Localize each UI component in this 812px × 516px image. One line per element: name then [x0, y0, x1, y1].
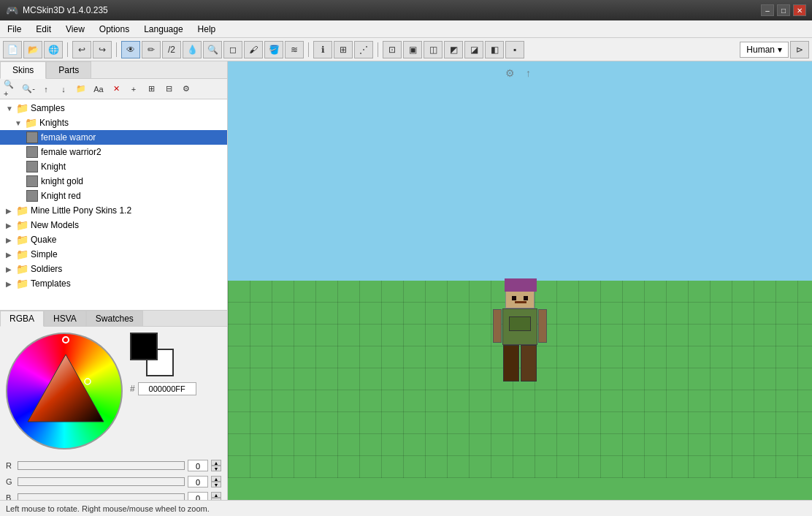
toolbar-extra[interactable]: ⊳ [790, 41, 809, 58]
menu-file[interactable]: File [0, 20, 28, 37]
expand-icon-quake: ▶ [6, 236, 16, 244]
toolbar-redo[interactable]: ↪ [93, 41, 112, 58]
color-tab-rgba[interactable]: RGBA [0, 311, 44, 327]
skin-download[interactable]: ↓ [55, 81, 72, 97]
skin-rename[interactable]: Aa [91, 81, 107, 97]
skin-grid2[interactable]: ⊟ [161, 81, 177, 97]
skin-grid[interactable]: ⊞ [143, 81, 159, 97]
model-dropdown[interactable]: Human ▾ [740, 42, 789, 58]
slider-r-down[interactable]: ▼ [211, 466, 221, 471]
toolbar-pencil2[interactable]: /2 [162, 41, 181, 58]
skin-add[interactable]: + [126, 81, 142, 97]
slider-area: R 0 ▲ ▼ G [0, 455, 227, 500]
toolbar-view5[interactable]: ◪ [464, 41, 483, 58]
menu-edit[interactable]: Edit [28, 20, 58, 37]
close-button[interactable]: ✕ [793, 4, 806, 16]
skin-upload[interactable]: ↑ [38, 81, 54, 97]
toolbar-view4[interactable]: ◩ [444, 41, 463, 58]
toolbar-view2[interactable]: ▣ [403, 41, 422, 58]
skin-zoom-out[interactable]: 🔍- [20, 81, 37, 97]
tree-item-templates[interactable]: ▶ 📁 Templates [0, 276, 227, 291]
tree-item-knight-gold[interactable]: knight gold [0, 174, 227, 189]
toolbar-eye[interactable]: 👁 [121, 41, 140, 58]
toolbar-dropper[interactable]: 💧 [183, 41, 202, 58]
tree-item-samples[interactable]: ▼ 📁 Samples [0, 101, 227, 115]
tree-item-knights[interactable]: ▼ 📁 Knights [0, 115, 227, 130]
toolbar-view3[interactable]: ◫ [424, 41, 443, 58]
toolbar-grid2[interactable]: ⋰ [354, 41, 373, 58]
slider-g-value[interactable]: 0 [188, 476, 208, 487]
skin-tree[interactable]: ▼ 📁 Samples ▼ 📁 Knights female wamor [0, 99, 227, 310]
toolbar-eraser[interactable]: ◻ [223, 41, 242, 58]
toolbar-info[interactable]: ℹ [313, 41, 332, 58]
slider-b-up[interactable]: ▲ [211, 492, 221, 498]
menu-help[interactable]: Help [191, 20, 223, 37]
maximize-button[interactable]: □ [777, 4, 790, 16]
toolbar-zoom[interactable]: 🔍 [203, 41, 222, 58]
rotate-icon[interactable]: ⚙ [505, 67, 520, 82]
toolbar-view7[interactable]: ▪ [505, 41, 524, 58]
toolbar-grid1[interactable]: ⊞ [334, 41, 353, 58]
app: 📄 📂 🌐 ↩ ↪ 👁 ✏ /2 💧 🔍 ◻ 🖌 🪣 ≋ ℹ ⊞ ⋰ ⊡ ▣ ◫… [0, 38, 812, 516]
slider-g-track[interactable] [18, 477, 185, 486]
tree-item-mine-little-pony[interactable]: ▶ 📁 Mine Little Pony Skins 1.2 [0, 203, 227, 218]
statusbar: Left mouse to rotate. Right mouse/mouse … [0, 500, 812, 516]
slider-r-track[interactable] [18, 461, 185, 470]
tree-item-new-models[interactable]: ▶ 📁 New Models [0, 218, 227, 232]
tree-item-female-warrior2[interactable]: female warrior2 [0, 145, 227, 159]
slider-r-up[interactable]: ▲ [211, 460, 221, 466]
skin-thumb-knight-gold [26, 175, 38, 187]
toolbar-web[interactable]: 🌐 [44, 41, 63, 58]
folder-icon-knights: 📁 [25, 117, 37, 129]
skin-open-folder[interactable]: 📁 [73, 81, 89, 97]
character-legs [502, 345, 537, 382]
menu-view[interactable]: View [58, 20, 92, 37]
tab-parts[interactable]: Parts [46, 61, 91, 78]
skin-thumb-female-warrior [26, 132, 38, 143]
slider-b-track[interactable] [18, 493, 185, 500]
up-icon[interactable]: ↑ [526, 67, 540, 82]
slider-r-value[interactable]: 0 [188, 460, 208, 471]
tree-item-simple[interactable]: ▶ 📁 Simple [0, 247, 227, 262]
toolbar-undo[interactable]: ↩ [72, 41, 91, 58]
color-tab-swatches[interactable]: Swatches [86, 311, 143, 326]
hex-input[interactable] [138, 382, 196, 395]
menu-language[interactable]: Language [137, 20, 190, 37]
slider-r-spin: ▲ ▼ [211, 460, 221, 471]
viewport-icons: ⚙ ↑ [505, 67, 540, 82]
tree-label-soldiers: Soldiers [31, 264, 62, 274]
skin-settings[interactable]: ⚙ [178, 81, 194, 97]
toolbar-fill[interactable]: 🪣 [264, 41, 283, 58]
viewport[interactable]: ⚙ ↑ [228, 61, 812, 500]
minimize-button[interactable]: – [761, 4, 774, 16]
skin-zoom-in[interactable]: 🔍+ [3, 81, 19, 97]
slider-b-value[interactable]: 0 [188, 492, 208, 500]
tree-item-knight-red[interactable]: Knight red [0, 189, 227, 203]
tree-item-soldiers[interactable]: ▶ 📁 Soldiers [0, 262, 227, 276]
skin-delete[interactable]: ✕ [108, 81, 124, 97]
toolbar-view6[interactable]: ◧ [485, 41, 504, 58]
tree-item-knight[interactable]: Knight [0, 159, 227, 174]
expand-icon-templates: ▶ [6, 280, 16, 288]
foreground-color-swatch[interactable] [130, 333, 158, 360]
slider-g-down[interactable]: ▼ [211, 482, 221, 487]
tree-label-simple: Simple [31, 249, 58, 259]
toolbar-open[interactable]: 📂 [23, 41, 42, 58]
slider-g-up[interactable]: ▲ [211, 476, 221, 482]
color-tab-hsva[interactable]: HSVA [44, 311, 86, 326]
toolbar-new[interactable]: 📄 [3, 41, 22, 58]
toolbar-view1[interactable]: ⊡ [383, 41, 402, 58]
status-message: Left mouse to rotate. Right mouse/mouse … [6, 504, 210, 513]
tree-item-female-warrior[interactable]: female wamor [0, 130, 227, 145]
tab-skins[interactable]: Skins [0, 61, 46, 79]
tree-label-mine-little-pony: Mine Little Pony Skins 1.2 [31, 205, 131, 216]
tree-label-female-warrior: female wamor [41, 132, 96, 143]
menu-options[interactable]: Options [92, 20, 137, 37]
color-wheel[interactable] [6, 333, 123, 449]
color-wheel-container[interactable] [6, 333, 123, 449]
toolbar-pencil[interactable]: ✏ [142, 41, 161, 58]
tree-item-quake[interactable]: ▶ 📁 Quake [0, 232, 227, 247]
toolbar-brush[interactable]: 🖌 [244, 41, 263, 58]
menubar: File Edit View Options Language Help [0, 20, 812, 38]
toolbar-noise[interactable]: ≋ [285, 41, 304, 58]
